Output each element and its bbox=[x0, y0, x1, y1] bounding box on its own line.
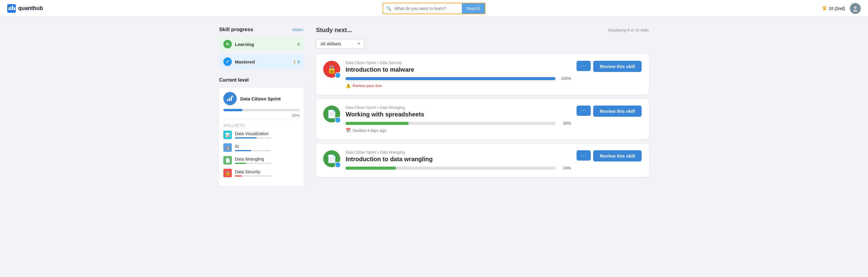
main-layout: Skill progress more › ↻ Learning 9 ✓ Mas… bbox=[207, 17, 661, 195]
learning-count: 9 bbox=[298, 42, 300, 46]
skillset-bar bbox=[235, 175, 242, 177]
header: quanthub 🔍 Search ♛ 10 (2nd) bbox=[0, 0, 868, 17]
sidebar-item-mastered[interactable]: ✓ Mastered 1 3 bbox=[219, 55, 304, 69]
skillset-bar-wrap bbox=[235, 175, 271, 177]
skillset-name: Data Wrangling bbox=[235, 157, 300, 162]
skillset-bar-wrap bbox=[235, 163, 271, 164]
svg-point-6 bbox=[854, 6, 857, 9]
skill-card: 🔒 ✓ Data Citizen Sprint > Data Security … bbox=[316, 54, 649, 95]
skill-card-breadcrumb: Data Citizen Sprint > Data Wrangling bbox=[346, 150, 571, 154]
skill-card-title: Introduction to data wrangling bbox=[346, 156, 571, 163]
svg-rect-2 bbox=[10, 7, 11, 10]
error-icon: ⚠️ bbox=[346, 83, 351, 88]
search-button[interactable]: Search bbox=[462, 3, 485, 13]
status-text: Studied 4 days ago bbox=[352, 128, 386, 133]
level-progress-bar-wrap bbox=[223, 109, 300, 111]
search-icon: 🔍 bbox=[383, 6, 394, 11]
calendar-icon: 📅 bbox=[346, 128, 351, 133]
logo-text: quanthub bbox=[18, 5, 43, 11]
more-options-button[interactable]: ··· bbox=[577, 61, 591, 71]
logo-icon bbox=[7, 4, 16, 13]
skill-badge: ✓ bbox=[335, 72, 341, 78]
rank-text: 10 (2nd) bbox=[829, 6, 845, 11]
logo-area: quanthub bbox=[7, 4, 56, 13]
content: Study next... Displaying 6 of 10 skills … bbox=[316, 27, 649, 186]
skillset-name: Data Security bbox=[235, 169, 300, 174]
review-skill-button[interactable]: Review this skill bbox=[593, 150, 642, 162]
sidebar-item-learning[interactable]: ↻ Learning 9 bbox=[219, 37, 304, 51]
svg-rect-8 bbox=[227, 99, 228, 101]
skill-cards-list: 🔒 ✓ Data Citizen Sprint > Data Security … bbox=[316, 54, 649, 177]
skill-progress-title: Skill progress bbox=[219, 27, 253, 33]
level-progress-bar bbox=[223, 109, 242, 111]
skill-card-pct: 24% bbox=[559, 166, 571, 170]
skill-card-progress-bar-wrap bbox=[346, 122, 555, 125]
skillset-item[interactable]: 🔒 Data Security bbox=[223, 169, 300, 177]
skill-card-pct: 30% bbox=[559, 121, 571, 126]
skill-progress-section: Skill progress more › bbox=[219, 27, 304, 33]
skill-card-title: Introduction to malware bbox=[346, 66, 571, 73]
content-header: Study next... Displaying 6 of 10 skills bbox=[316, 27, 649, 34]
skillset-item[interactable]: 🤖 AI bbox=[223, 143, 300, 152]
search-area: 🔍 Search bbox=[382, 3, 486, 14]
skill-card-pct: 100% bbox=[559, 76, 571, 81]
skill-card-icon: 📄 ✓ bbox=[323, 106, 340, 123]
search-input[interactable] bbox=[394, 4, 462, 13]
divider bbox=[223, 119, 300, 119]
skill-card-progress-bar-wrap bbox=[346, 167, 555, 170]
skill-card-status: 📅 Studied 4 days ago bbox=[346, 128, 571, 133]
status-text: Review past due bbox=[352, 83, 382, 88]
svg-rect-4 bbox=[14, 7, 15, 10]
skillset-bar bbox=[235, 150, 251, 151]
mastered-count-orange: 1 bbox=[293, 60, 296, 64]
skillset-item[interactable]: 📄 Data Wrangling bbox=[223, 156, 300, 165]
skill-card: 📄 ✓ Data Citizen Sprint > Data Wrangling… bbox=[316, 99, 649, 139]
filter-row: All skillsetsData VisualizationAIData Wr… bbox=[316, 39, 649, 49]
study-next-title: Study next... bbox=[316, 27, 352, 34]
current-level-title: Current level bbox=[219, 77, 304, 83]
skillset-bar-wrap bbox=[235, 150, 271, 151]
level-name: Data Citizen Sprint bbox=[240, 96, 281, 101]
review-skill-button[interactable]: Review this skill bbox=[593, 106, 642, 117]
svg-point-7 bbox=[853, 10, 858, 12]
learning-icon: ↻ bbox=[223, 40, 232, 48]
skill-badge: ✓ bbox=[335, 117, 341, 123]
more-options-button[interactable]: ··· bbox=[577, 150, 591, 161]
skillset-icon: 📄 bbox=[223, 156, 232, 165]
skill-card-breadcrumb: Data Citizen Sprint > Data Wrangling bbox=[346, 106, 571, 110]
level-icon bbox=[223, 92, 237, 105]
svg-point-5 bbox=[8, 7, 10, 8]
skillset-bar bbox=[235, 137, 257, 139]
level-pct: 25% bbox=[223, 113, 300, 118]
skill-card-status: ⚠️ Review past due bbox=[346, 83, 571, 88]
skillset-name: Data Visualization bbox=[235, 131, 300, 136]
filter-select[interactable]: All skillsetsData VisualizationAIData Wr… bbox=[316, 39, 364, 49]
header-right: ♛ 10 (2nd) bbox=[822, 3, 861, 14]
skill-card-progress-bar bbox=[346, 122, 409, 125]
displaying-text: Displaying 6 of 10 skills bbox=[608, 28, 649, 32]
skillset-bar-wrap bbox=[235, 137, 271, 139]
skill-card-progress-bar bbox=[346, 77, 555, 80]
mastered-count-blue: 3 bbox=[298, 60, 300, 64]
mastered-label: Mastered bbox=[235, 59, 255, 64]
skill-card: 📄 ✓ Data Citizen Sprint > Data Wrangling… bbox=[316, 144, 649, 177]
more-options-button[interactable]: ··· bbox=[577, 106, 591, 116]
skillset-item[interactable]: 📊 Data Visualization bbox=[223, 131, 300, 139]
avatar[interactable] bbox=[850, 3, 861, 14]
rank-badge: ♛ 10 (2nd) bbox=[822, 5, 845, 12]
skill-card-title: Working with spreadsheets bbox=[346, 111, 571, 118]
svg-rect-10 bbox=[230, 97, 232, 101]
skill-card-icon: 🔒 ✓ bbox=[323, 61, 340, 78]
review-skill-button[interactable]: Review this skill bbox=[593, 61, 642, 72]
mastered-icon: ✓ bbox=[223, 58, 232, 66]
svg-rect-1 bbox=[8, 8, 10, 10]
skill-card-icon: 📄 ✓ bbox=[323, 150, 340, 167]
learning-label: Learning bbox=[235, 42, 254, 47]
skill-card-progress-bar bbox=[346, 167, 396, 170]
crown-icon: ♛ bbox=[822, 5, 827, 12]
more-link[interactable]: more › bbox=[292, 27, 304, 32]
skillset-icon: 🔒 bbox=[223, 169, 232, 177]
svg-rect-9 bbox=[229, 98, 230, 101]
skill-badge: ✓ bbox=[335, 162, 341, 168]
svg-rect-3 bbox=[12, 5, 13, 10]
